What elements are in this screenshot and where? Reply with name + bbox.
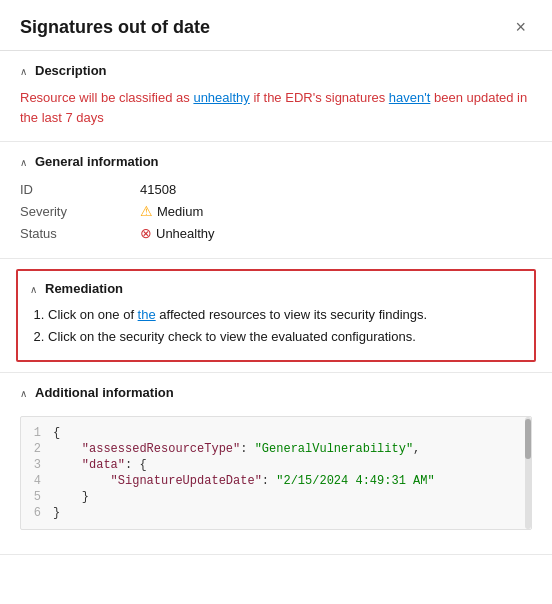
remediation-section: ∧ Remediation Click on one of the affect… [16,269,536,362]
description-section-title: Description [35,63,107,78]
panel-header: Signatures out of date × [0,0,552,51]
code-line-3: 3 "data": { [21,457,531,473]
field-value-severity: ⚠ Medium [140,200,532,222]
code-line-6: 6 } [21,505,531,521]
close-button[interactable]: × [509,16,532,38]
remediation-step-2: Click on the security check to view the … [48,326,522,348]
remediation-wrapper: ∧ Remediation Click on one of the affect… [0,259,552,373]
line-content-6: } [53,506,519,520]
code-line-4: 4 "SignatureUpdateDate": "2/15/2024 4:49… [21,473,531,489]
additional-section-header[interactable]: ∧ Additional information [0,373,552,410]
panel-title: Signatures out of date [20,17,210,38]
panel: Signatures out of date × ∧ Description R… [0,0,552,604]
unhealthy-link[interactable]: unhealthy [193,90,249,105]
warning-icon: ⚠ [140,203,153,219]
scrollbar[interactable] [525,417,531,529]
general-body: ID 41508 Severity ⚠ Medium Statu [0,179,552,258]
additional-section-title: Additional information [35,385,174,400]
code-line-1: 1 { [21,425,531,441]
description-section: ∧ Description Resource will be classifie… [0,51,552,142]
table-row-id: ID 41508 [20,179,532,200]
description-text: Resource will be classified as unhealthy… [20,90,527,125]
additional-chevron-icon: ∧ [20,388,27,399]
line-num-2: 2 [21,442,53,456]
remediation-steps: Click on one of the affected resources t… [30,304,522,348]
table-row-status: Status ⊗ Unhealthy [20,222,532,244]
severity-text: Medium [157,204,203,219]
code-line-2: 2 "assessedResourceType": "GeneralVulner… [21,441,531,457]
general-chevron-icon: ∧ [20,157,27,168]
line-content-4: "SignatureUpdateDate": "2/15/2024 4:49:3… [53,474,519,488]
scrollbar-thumb [525,419,531,459]
field-key-id: ID [20,179,140,200]
field-value-status: ⊗ Unhealthy [140,222,532,244]
code-block: 1 { 2 "assessedResourceType": "GeneralVu… [20,416,532,530]
status-text: Unhealthy [156,226,215,241]
remediation-body: Click on one of the affected resources t… [18,304,534,360]
remediation-step-1: Click on one of the affected resources t… [48,304,522,326]
status-badge: ⊗ Unhealthy [140,225,215,241]
line-content-5: } [53,490,519,504]
line-num-5: 5 [21,490,53,504]
remediation-section-header[interactable]: ∧ Remediation [18,271,534,304]
field-value-id: 41508 [140,179,532,200]
code-line-5: 5 } [21,489,531,505]
field-key-severity: Severity [20,200,140,222]
description-chevron-icon: ∧ [20,66,27,77]
additional-body: 1 { 2 "assessedResourceType": "GeneralVu… [0,416,552,554]
field-key-status: Status [20,222,140,244]
line-num-6: 6 [21,506,53,520]
line-num-3: 3 [21,458,53,472]
havent-link[interactable]: haven't [389,90,431,105]
error-icon: ⊗ [140,225,152,241]
remediation-section-title: Remediation [45,281,123,296]
info-table: ID 41508 Severity ⚠ Medium Statu [20,179,532,244]
additional-section: ∧ Additional information 1 { 2 "assessed… [0,373,552,555]
description-body: Resource will be classified as unhealthy… [0,88,552,141]
general-section: ∧ General information ID 41508 Severity … [0,142,552,259]
line-num-1: 1 [21,426,53,440]
remediation-chevron-icon: ∧ [30,284,37,295]
line-content-3: "data": { [53,458,519,472]
line-content-2: "assessedResourceType": "GeneralVulnerab… [53,442,519,456]
general-section-title: General information [35,154,159,169]
table-row-severity: Severity ⚠ Medium [20,200,532,222]
general-section-header[interactable]: ∧ General information [0,142,552,179]
severity-badge: ⚠ Medium [140,203,203,219]
description-section-header[interactable]: ∧ Description [0,51,552,88]
line-num-4: 4 [21,474,53,488]
line-content-1: { [53,426,519,440]
affected-resources-link[interactable]: the [138,307,156,322]
